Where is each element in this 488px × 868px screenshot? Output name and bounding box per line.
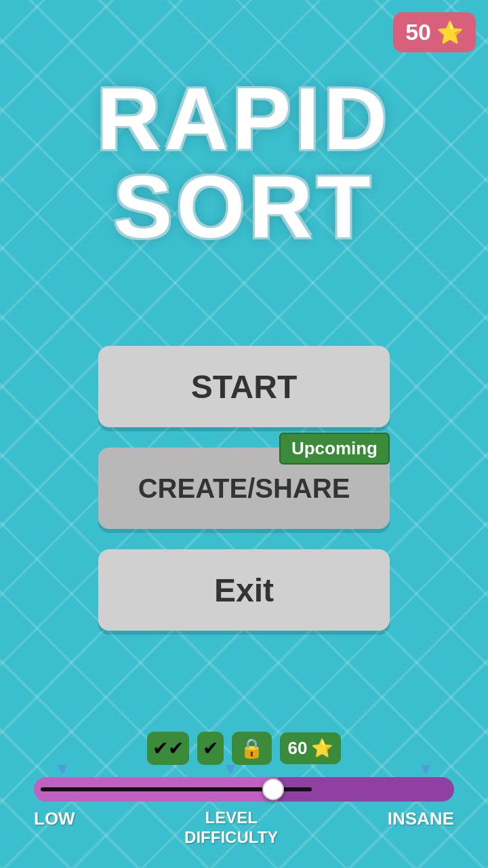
double-check-icon: ✔✔ [152, 737, 184, 760]
stars-small-icon: ⭐ [311, 738, 333, 759]
stars-count: 50 [405, 19, 431, 45]
slider-arrows: ▼ ▼ ▼ [34, 760, 454, 778]
arrow2-icon: ▼ [222, 760, 239, 778]
title-area: RAPID SORT [0, 75, 488, 251]
lock-icon: 🔒 [240, 738, 264, 759]
difficulty-labels: LOW LEVELDIFFICULTY INSANE [34, 808, 454, 848]
stars-badge: 50 ⭐ [393, 12, 476, 52]
slider-track[interactable] [34, 777, 454, 802]
create-share-wrapper: Upcoming CREATE/SHARE [98, 448, 390, 529]
low-label: LOW [34, 808, 75, 848]
stars-small-count: 60 [288, 738, 308, 759]
arrow3-icon: ▼ [418, 760, 434, 778]
slider-thumb[interactable] [262, 778, 284, 800]
exit-button[interactable]: Exit [98, 549, 390, 631]
start-button[interactable]: START [98, 346, 390, 427]
slider-container: ▼ ▼ ▼ [34, 777, 454, 802]
star-icon: ⭐ [436, 20, 464, 45]
difficulty-area: ✔✔ ✔ 🔒 60 ⭐ ▼ ▼ ▼ LOW LEVELDIFFICULTY IN… [0, 732, 488, 848]
level-difficulty-label: LEVELDIFFICULTY [184, 808, 278, 848]
upcoming-badge: Upcoming [279, 433, 390, 465]
title-line2: SORT [113, 163, 374, 251]
title-line1: RAPID [97, 75, 391, 163]
single-check-icon: ✔ [203, 737, 218, 760]
insane-label: INSANE [388, 808, 454, 848]
buttons-area: START Upcoming CREATE/SHARE Exit [0, 346, 488, 631]
arrow1-icon: ▼ [54, 760, 70, 778]
